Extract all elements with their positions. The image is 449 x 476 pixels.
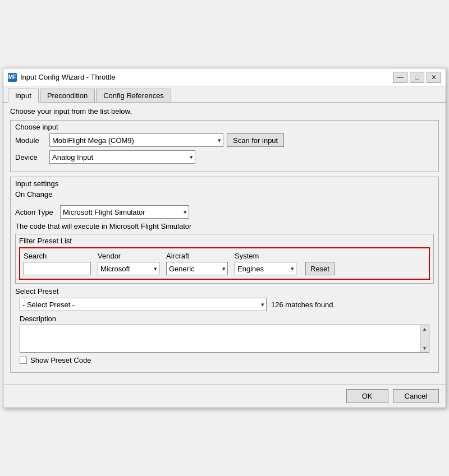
- app-icon: MF: [8, 73, 17, 82]
- system-col: System Engines: [235, 252, 296, 275]
- filter-preset-group: Filter Preset List Search Vendor: [15, 234, 434, 284]
- device-select-wrapper: Analog Input: [49, 150, 195, 164]
- tab-precondition[interactable]: Precondition: [40, 89, 95, 102]
- close-button[interactable]: ✕: [427, 72, 441, 83]
- inner-content: Action Type Microsoft Flight Simulator T…: [11, 203, 438, 372]
- aircraft-select[interactable]: Generic: [166, 262, 228, 275]
- code-description: The code that will execute in Microsoft …: [15, 222, 434, 230]
- module-select[interactable]: MobiFlight Mega (COM9): [49, 133, 223, 147]
- show-preset-code-checkbox[interactable]: [20, 357, 27, 364]
- action-type-row: Action Type Microsoft Flight Simulator: [15, 205, 434, 219]
- aircraft-label: Aircraft: [166, 252, 228, 260]
- input-settings-group: Input settings On Change Action Type Mic…: [10, 177, 439, 373]
- minimize-button[interactable]: —: [393, 72, 407, 83]
- tab-config-references[interactable]: Config References: [96, 89, 171, 102]
- search-input[interactable]: [24, 262, 91, 275]
- maximize-button[interactable]: □: [410, 72, 424, 83]
- select-preset-title: Select Preset: [15, 287, 434, 295]
- vendor-col: Vendor Microsoft: [98, 252, 159, 275]
- show-code-row: Show Preset Code: [15, 356, 434, 364]
- vendor-select[interactable]: Microsoft: [98, 262, 159, 275]
- aircraft-col: Aircraft Generic: [166, 252, 228, 275]
- preset-row: - Select Preset - 126 matches found.: [15, 298, 434, 311]
- filter-row: Search Vendor Microsoft: [24, 252, 425, 275]
- matches-text: 126 matches found.: [271, 301, 335, 309]
- device-select[interactable]: Analog Input: [49, 150, 195, 164]
- action-type-select-wrapper: Microsoft Flight Simulator: [60, 205, 189, 219]
- system-select[interactable]: Engines: [235, 262, 296, 275]
- system-label: System: [235, 252, 296, 260]
- description-scrollbar[interactable]: ▲ ▼: [420, 325, 429, 352]
- description-box: ▲ ▼: [20, 325, 429, 353]
- action-type-select[interactable]: Microsoft Flight Simulator: [60, 205, 189, 219]
- search-col: Search: [24, 252, 91, 275]
- system-select-wrapper: Engines: [235, 262, 296, 275]
- choose-input-group: Choose input Module MobiFlight Mega (COM…: [10, 120, 439, 172]
- window-controls: — □ ✕: [393, 72, 441, 83]
- module-row: Module MobiFlight Mega (COM9) Scan for i…: [15, 133, 434, 147]
- select-preset-group: Select Preset - Select Preset - 126 matc…: [15, 287, 434, 368]
- input-settings-title: Input settings: [11, 177, 438, 188]
- module-select-wrapper: MobiFlight Mega (COM9): [49, 133, 223, 147]
- ok-button[interactable]: OK: [346, 389, 388, 403]
- reset-button[interactable]: Reset: [305, 262, 335, 275]
- tab-input[interactable]: Input: [8, 89, 39, 103]
- show-preset-code-label: Show Preset Code: [30, 356, 91, 364]
- main-content: Choose your input from the list below. C…: [3, 103, 446, 384]
- vendor-select-wrapper: Microsoft: [98, 262, 159, 275]
- cancel-button[interactable]: Cancel: [393, 389, 439, 403]
- footer-bar: OK Cancel: [3, 384, 446, 408]
- vendor-label: Vendor: [98, 252, 159, 260]
- preset-select-wrapper: - Select Preset -: [20, 298, 267, 311]
- scan-button[interactable]: Scan for input: [227, 133, 284, 147]
- choose-input-title: Choose input: [15, 123, 434, 131]
- scroll-up-icon[interactable]: ▲: [422, 326, 427, 332]
- filter-preset-title: Filter Preset List: [19, 237, 430, 245]
- tab-bar: Input Precondition Config References: [3, 86, 446, 103]
- preset-select[interactable]: - Select Preset -: [20, 298, 267, 311]
- instruction-text: Choose your input from the list below.: [10, 107, 439, 115]
- device-row: Device Analog Input: [15, 150, 434, 164]
- aircraft-select-wrapper: Generic: [166, 262, 228, 275]
- filter-highlighted-box: Search Vendor Microsoft: [19, 247, 430, 280]
- action-type-label: Action Type: [15, 208, 60, 216]
- titlebar: MF Input Config Wizard - Throttle — □ ✕: [3, 68, 446, 86]
- window-title: Input Config Wizard - Throttle: [20, 73, 393, 81]
- search-label: Search: [24, 252, 91, 260]
- module-label: Module: [15, 136, 46, 145]
- device-label: Device: [15, 153, 46, 161]
- on-change-label: On Change: [11, 188, 438, 203]
- description-label: Description: [15, 315, 434, 323]
- main-window: MF Input Config Wizard - Throttle — □ ✕ …: [3, 68, 446, 408]
- scroll-down-icon[interactable]: ▼: [422, 345, 427, 351]
